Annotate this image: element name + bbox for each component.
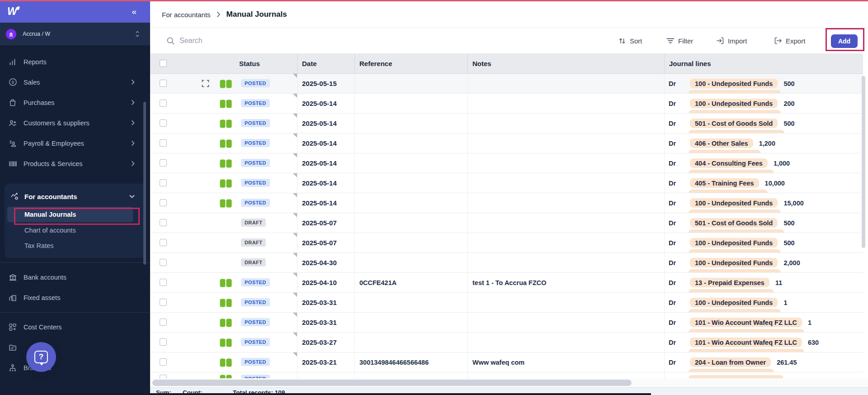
status-badge: POSTED: [241, 119, 270, 127]
help-button[interactable]: ?: [26, 342, 56, 372]
sort-button[interactable]: Sort: [618, 28, 642, 53]
table-row[interactable]: POSTED2025-03-213001349846466566486Www w…: [150, 352, 863, 372]
logo-letter: W: [7, 5, 17, 17]
search-input[interactable]: [179, 37, 369, 45]
reference-cell: [355, 193, 468, 213]
next-line-peek: [689, 229, 784, 233]
sidebar-item-label: Chart of accounts: [24, 227, 76, 234]
table-row[interactable]: POSTED2025-05-14Dr100 - Undeposited Fund…: [150, 94, 863, 114]
sidebar-item-branches[interactable]: Branches: [0, 357, 150, 378]
sidebar-item-bank-accounts[interactable]: Bank accounts: [0, 267, 150, 287]
table-row[interactable]: POSTED2025-03-27Dr101 - Wio Account Wafe…: [150, 333, 863, 352]
journal-amount: 10,000: [765, 180, 785, 187]
row-checkbox[interactable]: [160, 239, 167, 246]
account-pill: 204 - Loan from Owner: [690, 357, 771, 367]
row-checkbox[interactable]: [160, 100, 167, 107]
sidebar-item-chart-of-accounts[interactable]: Chart of accounts: [5, 223, 146, 238]
table-row[interactable]: DRAFT2025-05-07Dr501 - Cost of Goods Sol…: [150, 213, 863, 233]
table-row[interactable]: POSTED2025-05-14Dr100 - Undeposited Fund…: [150, 193, 863, 213]
row-checkbox[interactable]: [160, 219, 167, 226]
table-row[interactable]: POSTED2025-04-100CCFE421Atest 1 - To Acc…: [150, 273, 863, 293]
sidebar-item-cost-centers[interactable]: Cost Centers: [0, 317, 150, 337]
journal-book-icon: [220, 279, 232, 287]
export-icon: [774, 37, 782, 45]
row-checkbox[interactable]: [160, 159, 167, 167]
breadcrumb-parent[interactable]: For accountants: [162, 11, 211, 19]
row-checkbox[interactable]: [160, 375, 167, 378]
table-toolbar: Sort Filter Import Export Add: [150, 28, 868, 53]
row-checkbox[interactable]: [160, 279, 167, 286]
row-checkbox[interactable]: [160, 119, 167, 127]
next-line-peek: [689, 170, 774, 173]
sidebar-item-documents[interactable]: [0, 337, 150, 357]
sidebar-item-label: Cost Centers: [24, 324, 62, 331]
journal-lines-cell: Dr13 - Prepaid Expenses11: [665, 273, 863, 292]
status-badge: POSTED: [241, 338, 270, 346]
row-checkbox[interactable]: [160, 80, 167, 87]
sidebar-collapse-icon[interactable]: «: [132, 7, 137, 16]
sidebar-item-manual-journals[interactable]: Manual Journals: [7, 207, 133, 222]
grid-plus-icon: [8, 323, 17, 331]
top-accent-line: [0, 0, 868, 1]
row-checkbox[interactable]: [160, 199, 167, 206]
date-cell: [297, 372, 355, 378]
status-cell: DRAFT: [150, 253, 297, 272]
import-button[interactable]: Import: [716, 28, 747, 53]
status-badge: POSTED: [241, 358, 270, 366]
select-all-checkbox[interactable]: [160, 60, 167, 67]
filter-button[interactable]: Filter: [666, 28, 693, 53]
date-cell: 2025-05-15: [297, 74, 355, 93]
export-button[interactable]: Export: [774, 28, 805, 53]
sidebar-item-for-accountants[interactable]: For accountants: [5, 186, 146, 206]
tree-icon: [8, 364, 17, 372]
add-button[interactable]: Add: [831, 34, 858, 48]
journal-lines-cell: Dr100 - Undeposited Funds500: [665, 74, 863, 93]
debit-label: Dr: [669, 239, 679, 247]
table-row[interactable]: POSTED2025-05-14Dr501 - Cost of Goods So…: [150, 114, 863, 133]
debit-label: Dr: [669, 299, 679, 306]
table-row[interactable]: POSTED2025-05-14Dr404 - Consulting Fees1…: [150, 153, 863, 173]
date-cell: 2025-04-30: [297, 253, 355, 272]
expand-row-icon[interactable]: [202, 80, 209, 87]
sidebar-item-purchases[interactable]: Purchases: [0, 92, 150, 113]
org-switcher-icon[interactable]: [134, 30, 141, 38]
table-row[interactable]: POSTED2025-03-31Dr100 - Undeposited Fund…: [150, 293, 863, 313]
reference-cell: [355, 153, 468, 173]
sidebar-item-products-services[interactable]: Products & Services: [0, 153, 150, 174]
row-checkbox[interactable]: [160, 299, 167, 306]
sidebar-scrollbar-thumb[interactable]: [143, 102, 146, 265]
svg-text:$: $: [9, 139, 12, 144]
reference-cell: [355, 173, 468, 193]
journal-lines-cell: [665, 372, 863, 378]
horizontal-scrollbar-thumb[interactable]: [152, 380, 632, 386]
vertical-scrollbar-thumb[interactable]: [862, 76, 865, 248]
table-row[interactable]: POSTED2025-05-15Dr100 - Undeposited Fund…: [150, 74, 863, 94]
table-row[interactable]: DRAFT2025-05-07Dr100 - Undeposited Funds…: [150, 233, 863, 253]
sidebar-item-sales[interactable]: $ Sales: [0, 72, 150, 92]
row-checkbox[interactable]: [160, 358, 167, 366]
table-row[interactable]: POSTED2025-03-31Dr101 - Wio Account Wafe…: [150, 313, 863, 333]
next-line-peek: [689, 150, 761, 153]
org-selector[interactable]: Accrua / W: [0, 23, 150, 45]
row-checkbox[interactable]: [160, 338, 167, 346]
sidebar-item-fixed-assets[interactable]: Fixed assets: [0, 287, 150, 308]
status-cell: POSTED: [150, 173, 297, 193]
table-row[interactable]: DRAFT2025-04-30Dr100 - Undeposited Funds…: [150, 253, 863, 273]
row-checkbox[interactable]: [160, 259, 167, 266]
sidebar-item-tax-rates[interactable]: Tax Rates: [5, 238, 146, 253]
status-badge: POSTED: [241, 298, 270, 306]
reference-cell: [355, 293, 468, 312]
row-checkbox[interactable]: [160, 319, 167, 326]
table-row[interactable]: POSTED: [150, 372, 863, 378]
cell-corner-marker: [293, 74, 297, 78]
sidebar-item-label: Fixed assets: [24, 294, 60, 301]
journal-book-icon: [220, 139, 232, 148]
sidebar-item-payroll-employees[interactable]: $ Payroll & Employees: [0, 133, 150, 153]
row-checkbox[interactable]: [160, 179, 167, 186]
table-row[interactable]: POSTED2025-05-14Dr406 - Other Sales1,200: [150, 133, 863, 153]
table-row[interactable]: POSTED2025-05-14Dr405 - Training Fees10,…: [150, 173, 863, 193]
row-checkbox[interactable]: [160, 139, 167, 147]
sidebar-item-customers-suppliers[interactable]: Customers & suppliers: [0, 113, 150, 133]
people-icon: [8, 119, 17, 127]
sidebar-item-reports[interactable]: Reports: [0, 52, 150, 72]
